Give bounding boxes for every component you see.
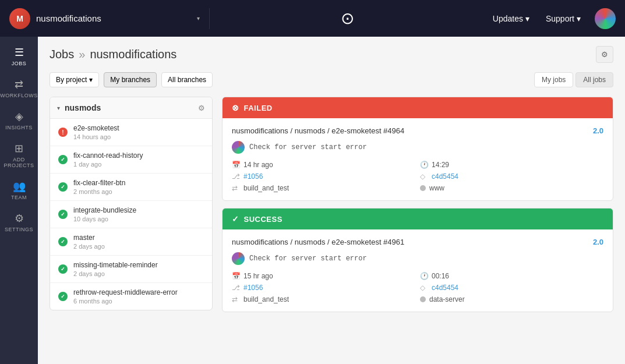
list-item[interactable]: master 2 days ago <box>50 228 212 256</box>
branch-group-header: ▾ nusmods ⚙ <box>50 97 212 119</box>
status-success-icon <box>58 292 68 301</box>
updates-chevron-icon: ▾ <box>525 14 529 23</box>
collapse-icon[interactable]: ▾ <box>57 105 60 111</box>
job-commit-hash[interactable]: c4d5454 <box>432 172 458 181</box>
job-commit-row: Check for server start error <box>232 141 603 154</box>
all-branches-filter[interactable]: All branches <box>161 72 213 87</box>
branch-item-name: fix-cannot-read-history <box>73 151 143 160</box>
env-dot-icon <box>420 185 426 191</box>
status-success-icon <box>58 237 68 246</box>
pr-icon: ⎇ <box>232 172 240 181</box>
list-item[interactable]: integrate-bundlesize 10 days ago <box>50 201 212 228</box>
clock-icon: 🕐 <box>420 161 428 169</box>
list-item[interactable]: rethrow-request-middleware-error 6 month… <box>50 283 212 310</box>
sidebar-item-workflows[interactable]: ⇄ WORKFLOWS <box>3 73 36 103</box>
job-time-row: 📅 15 hr ago <box>232 272 415 280</box>
job-pr-link[interactable]: #1056 <box>243 284 263 292</box>
sidebar-item-add-projects[interactable]: ⊞ ADDPROJECTS <box>3 137 36 173</box>
success-job-section: ✓ SUCCESS nusmodifications / nusmods / e… <box>222 208 613 312</box>
job-duration-row: 🕐 00:16 <box>420 272 603 280</box>
org-selector[interactable]: M nusmodifications ▾ <box>0 8 210 29</box>
list-item[interactable]: missing-timetable-reminder 2 days ago <box>50 256 212 283</box>
by-project-filter[interactable]: By project ▾ <box>50 72 99 87</box>
insights-icon: ◈ <box>15 110 23 123</box>
sidebar-add-label: ADDPROJECTS <box>4 157 34 168</box>
failed-label: FAILED <box>244 104 273 112</box>
job-commit-hash[interactable]: c4d5454 <box>432 284 458 292</box>
list-item[interactable]: fix-clear-filter-btn 2 months ago <box>50 174 212 201</box>
all-jobs-button[interactable]: All jobs <box>575 72 613 87</box>
main-content: Jobs » nusmodifications ⚙ By project ▾ M… <box>38 37 625 364</box>
branch-item-info: fix-cannot-read-history 1 day ago <box>73 151 143 168</box>
sidebar-team-label: TEAM <box>11 195 27 200</box>
sidebar-item-insights[interactable]: ◈ INSIGHTS <box>3 105 36 135</box>
hash-icon: ◇ <box>420 284 428 292</box>
branch-item-name: missing-timetable-reminder <box>73 261 158 269</box>
circleci-logo-icon: ⊙ <box>341 9 354 28</box>
updates-button[interactable]: Updates ▾ <box>486 9 536 28</box>
job-version: 2.0 <box>593 238 603 246</box>
list-item[interactable]: e2e-smoketest 14 hours ago <box>50 119 212 146</box>
job-time-row: 📅 14 hr ago <box>232 161 415 169</box>
job-env: data-server <box>429 295 465 303</box>
branch-item-info: master 2 days ago <box>73 234 105 250</box>
branch-item-time: 2 days ago <box>73 243 105 250</box>
my-branches-filter[interactable]: My branches <box>104 72 157 87</box>
page-settings-button[interactable]: ⚙ <box>596 46 613 63</box>
org-logo: M <box>9 8 30 29</box>
sidebar-item-jobs[interactable]: ☰ JOBS <box>3 41 36 71</box>
branch-item-name: rethrow-request-middleware-error <box>73 288 178 296</box>
sidebar-item-team[interactable]: 👥 TEAM <box>3 175 36 205</box>
job-meta-grid: 📅 14 hr ago 🕐 14:29 ⎇ #1056 ◇ <box>232 161 603 192</box>
branch-item-info: integrate-bundlesize 10 days ago <box>73 206 136 222</box>
failed-job-section: ⊗ FAILED nusmodifications / nusmods / e2… <box>222 97 613 201</box>
filter-bar: By project ▾ My branches All branches My… <box>50 72 613 87</box>
job-workflow-row: ⇄ build_and_test <box>232 295 415 303</box>
breadcrumb: Jobs » nusmodifications ⚙ <box>50 46 613 63</box>
job-env-row: www <box>420 184 603 192</box>
branch-item-name: e2e-smoketest <box>73 124 119 132</box>
job-card[interactable]: nusmodifications / nusmods / e2e-smokete… <box>223 229 613 312</box>
clock-icon: 🕐 <box>420 272 428 280</box>
right-panel: ⊗ FAILED nusmodifications / nusmods / e2… <box>222 97 613 312</box>
user-avatar[interactable] <box>595 8 616 29</box>
job-duration-row: 🕐 14:29 <box>420 161 603 169</box>
job-duration: 14:29 <box>432 161 449 169</box>
sidebar-insights-label: INSIGHTS <box>5 125 33 130</box>
branch-item-name: integrate-bundlesize <box>73 206 136 214</box>
sidebar-settings-label: SETTINGS <box>5 227 33 232</box>
sidebar-item-settings[interactable]: ⚙ SETTINGS <box>3 207 36 237</box>
pr-icon: ⎇ <box>232 284 240 292</box>
status-success-icon <box>58 155 68 164</box>
my-jobs-label: My jobs <box>542 76 566 84</box>
branch-item-name: master <box>73 234 105 242</box>
list-item[interactable]: fix-cannot-read-history 1 day ago <box>50 146 212 174</box>
commit-message: Check for server start error <box>249 143 367 151</box>
settings-icon: ⚙ <box>15 212 24 225</box>
branch-group-settings-icon[interactable]: ⚙ <box>198 104 205 112</box>
sidebar: ☰ JOBS ⇄ WORKFLOWS ◈ INSIGHTS ⊞ ADDPROJE… <box>0 37 38 364</box>
left-panel: ▾ nusmods ⚙ e2e-smoketest 14 hours ago f… <box>50 97 213 312</box>
job-commit-hash-row: ◇ c4d5454 <box>420 172 603 181</box>
job-title: nusmodifications / nusmods / e2e-smokete… <box>232 238 404 246</box>
branch-item-time: 14 hours ago <box>73 133 119 140</box>
my-jobs-button[interactable]: My jobs <box>534 72 573 87</box>
all-jobs-label: All jobs <box>583 76 606 84</box>
by-project-chevron-icon: ▾ <box>89 76 93 84</box>
status-success-icon <box>58 182 68 192</box>
job-title-row: nusmodifications / nusmods / e2e-smokete… <box>232 238 603 246</box>
branch-item-time: 2 months ago <box>73 188 125 195</box>
job-title-row: nusmodifications / nusmods / e2e-smokete… <box>232 126 603 135</box>
job-pr-link[interactable]: #1056 <box>243 172 263 181</box>
all-branches-label: All branches <box>168 76 206 84</box>
support-chevron-icon: ▾ <box>577 14 581 23</box>
support-button[interactable]: Support ▾ <box>539 9 588 28</box>
workflows-icon: ⇄ <box>15 78 23 91</box>
job-workflow-row: ⇄ build_and_test <box>232 184 415 192</box>
branch-item-time: 10 days ago <box>73 215 136 222</box>
sidebar-jobs-label: JOBS <box>12 61 27 66</box>
branch-item-time: 2 days ago <box>73 270 158 277</box>
job-commit-row: Check for server start error <box>232 252 603 265</box>
job-card[interactable]: nusmodifications / nusmods / e2e-smokete… <box>223 118 613 200</box>
support-label: Support <box>546 14 574 23</box>
